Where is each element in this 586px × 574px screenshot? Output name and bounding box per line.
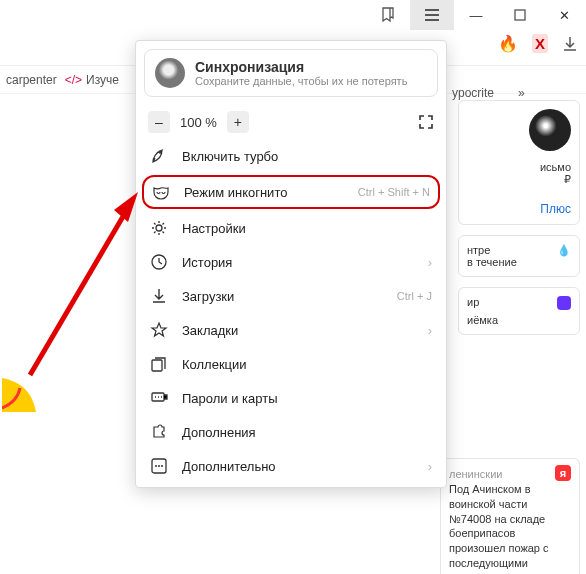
svg-point-6	[155, 465, 157, 467]
avatar	[529, 109, 571, 151]
yandex-logo	[2, 378, 36, 412]
app-widget[interactable]: ир иёмка	[458, 287, 580, 335]
menu-collections[interactable]: Коллекции	[136, 347, 446, 381]
zoom-out-button[interactable]: –	[148, 111, 170, 133]
star-icon	[150, 321, 168, 339]
key-icon	[150, 389, 168, 407]
news-card[interactable]: я ленинскии Под Ачинском в воинской част…	[440, 458, 580, 574]
app-icon	[557, 296, 571, 310]
news-badge-icon: я	[555, 465, 571, 481]
collections-icon	[150, 355, 168, 373]
menu-more[interactable]: Дополнительно ›	[136, 449, 446, 483]
zoom-in-button[interactable]: +	[227, 111, 249, 133]
close-button[interactable]: ✕	[542, 0, 586, 30]
menu-history[interactable]: История ›	[136, 245, 446, 279]
annotation-arrow	[10, 180, 140, 380]
rocket-icon	[150, 147, 168, 165]
main-menu: Синхронизация Сохраните данные, чтобы их…	[135, 40, 447, 488]
svg-point-1	[156, 225, 162, 231]
hamburger-menu-button[interactable]	[410, 0, 454, 30]
svg-rect-0	[515, 10, 525, 20]
svg-rect-3	[152, 360, 162, 371]
chevron-right-icon: ›	[428, 255, 432, 270]
history-icon	[150, 253, 168, 271]
menu-bookmarks[interactable]: Закладки ›	[136, 313, 446, 347]
menu-turbo[interactable]: Включить турбо	[136, 139, 446, 173]
sync-avatar-icon	[155, 58, 185, 88]
more-icon	[150, 457, 168, 475]
bookmark-item[interactable]: ypocrite	[452, 86, 494, 100]
maximize-button[interactable]	[498, 0, 542, 30]
fullscreen-icon[interactable]	[418, 114, 434, 130]
menu-addons[interactable]: Дополнения	[136, 415, 446, 449]
extension-hot-icon[interactable]: 🔥	[498, 34, 518, 53]
mask-icon	[152, 183, 170, 201]
download-icon	[150, 287, 168, 305]
menu-settings[interactable]: Настройки	[136, 211, 446, 245]
drop-icon: 💧	[557, 244, 571, 258]
chevron-right-icon: ›	[428, 323, 432, 338]
shortcut-label: Ctrl + Shift + N	[358, 186, 430, 198]
shortcut-label: Ctrl + J	[397, 290, 432, 302]
downloads-icon[interactable]	[562, 36, 578, 52]
chevron-right-icon: ›	[428, 459, 432, 474]
weather-widget[interactable]: 💧 нтре в течение	[458, 235, 580, 277]
profile-widget[interactable]: исьмо ₽ Плюс	[458, 100, 580, 225]
minimize-button[interactable]: —	[454, 0, 498, 30]
menu-passwords[interactable]: Пароли и карты	[136, 381, 446, 415]
svg-line-9	[30, 208, 128, 375]
bookmark-page-icon[interactable]	[366, 0, 410, 30]
menu-downloads[interactable]: Загрузки Ctrl + J	[136, 279, 446, 313]
zoom-value: 100 %	[180, 115, 217, 130]
bookmark-item[interactable]: </> Изуче	[65, 73, 119, 87]
extension-x-icon[interactable]: X	[532, 34, 548, 53]
puzzle-icon	[150, 423, 168, 441]
menu-incognito[interactable]: Режим инкогнито Ctrl + Shift + N	[142, 175, 440, 209]
bookmarks-overflow[interactable]: »	[518, 86, 525, 100]
sync-banner[interactable]: Синхронизация Сохраните данные, чтобы их…	[144, 49, 438, 97]
bookmark-item[interactable]: carpenter	[6, 73, 57, 87]
svg-point-7	[158, 465, 160, 467]
gear-icon	[150, 219, 168, 237]
svg-point-8	[161, 465, 163, 467]
plus-link[interactable]: Плюс	[467, 202, 571, 216]
